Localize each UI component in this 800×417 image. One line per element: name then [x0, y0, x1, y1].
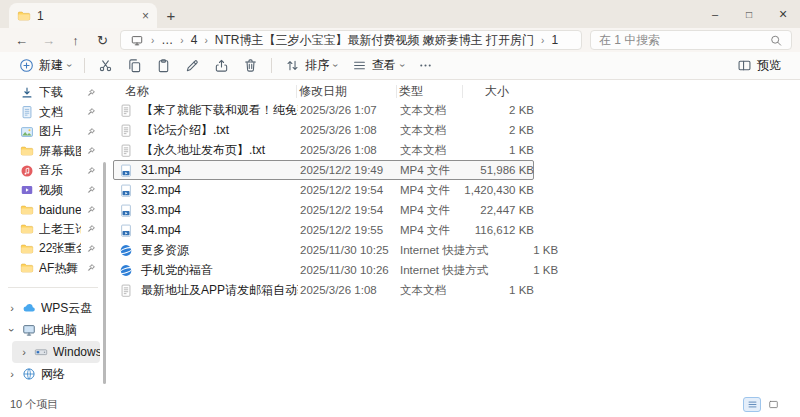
table-row[interactable]: 【论坛介绍】.txt 2025/3/26 1:08 文本文档 2 KB: [113, 120, 534, 140]
cut-icon: [98, 58, 113, 73]
sidebar-item-this-pc[interactable]: › 此电脑: [0, 319, 100, 341]
table-row[interactable]: 最新地址及APP请发邮箱自动获取！！！.txt 2025/3/26 1:08 文…: [113, 280, 534, 300]
tab-close-icon[interactable]: ×: [142, 10, 149, 22]
new-button[interactable]: 新建 ›: [12, 54, 78, 78]
sidebar-divider: [8, 287, 98, 288]
table-row[interactable]: 更多资源 2025/11/30 10:25 Internet 快捷方式 1 KB: [113, 240, 534, 260]
pin-icon: [86, 263, 96, 273]
chevron-down-icon: ›: [64, 64, 75, 67]
file-date: 2025/3/26 1:08: [298, 284, 398, 296]
folder-icon: [20, 242, 34, 256]
table-row[interactable]: 手机党的福音 2025/11/30 10:26 Internet 快捷方式 1 …: [113, 260, 534, 280]
view-button[interactable]: 查看 ›: [345, 54, 411, 78]
sidebar-item-label: 文档: [39, 104, 63, 121]
maximize-button[interactable]: □: [732, 9, 766, 20]
sidebar-item-label: 下载: [39, 84, 63, 101]
file-name: 手机党的福音: [141, 262, 213, 279]
file-size: 1 KB: [464, 284, 534, 296]
file-date: 2025/12/2 19:54: [298, 204, 398, 216]
file-type: Internet 快捷方式: [398, 263, 488, 278]
column-header-size[interactable]: 大小: [463, 85, 533, 98]
sidebar-item-windows-ssd[interactable]: › Windows-SSD: [12, 341, 100, 363]
table-row[interactable]: 34.mp4 2025/12/2 19:55 MP4 文件 116,612 KB: [113, 220, 534, 240]
paste-button[interactable]: [149, 54, 178, 78]
sidebar-item-pictures[interactable]: 图片: [0, 122, 110, 142]
chevron-right-icon[interactable]: ›: [7, 302, 17, 314]
breadcrumb-item-current[interactable]: 1: [551, 33, 558, 47]
copy-button[interactable]: [120, 54, 149, 78]
column-header-name[interactable]: 名称: [113, 85, 297, 98]
cut-button[interactable]: [91, 54, 120, 78]
column-header-type[interactable]: 类型: [397, 85, 463, 98]
more-button[interactable]: [411, 54, 440, 78]
pin-icon: [86, 185, 96, 195]
up-button[interactable]: ↑: [62, 33, 89, 48]
folder-icon: [20, 144, 34, 158]
table-row[interactable]: 【永久地址发布页】.txt 2025/3/26 1:08 文本文档 1 KB: [113, 140, 534, 160]
breadcrumb-item[interactable]: NTR博主【三岁小宝宝】最新付费视频 嫩娇妻博主 打开房门: [215, 32, 534, 49]
table-row[interactable]: 【来了就能下载和观看！纯免费！】.txt 2025/3/26 1:07 文本文档…: [113, 100, 534, 120]
tab[interactable]: 1 ×: [9, 3, 157, 28]
pin-icon: [86, 146, 96, 156]
sidebar-item-folder[interactable]: AF热舞，顶级: [0, 259, 110, 279]
new-tab-button[interactable]: +: [157, 3, 185, 28]
forward-button[interactable]: →: [35, 33, 62, 48]
file-size: 116,612 KB: [464, 224, 534, 236]
refresh-button[interactable]: ↻: [89, 33, 116, 48]
chevron-right-icon[interactable]: ›: [7, 368, 17, 380]
desktop-icon: [130, 34, 144, 47]
file-size: 1,420,430 KB: [464, 184, 534, 196]
sidebar-item-folder[interactable]: baidunetdisl: [0, 200, 110, 220]
video-file-icon: [119, 223, 133, 238]
preview-button[interactable]: 预览: [730, 54, 788, 78]
sidebar-scrollbar[interactable]: [103, 162, 106, 384]
sidebar-item-wps-cloud[interactable]: › WPS云盘: [0, 297, 100, 319]
file-type: MP4 文件: [398, 223, 464, 238]
search-input[interactable]: [599, 33, 769, 47]
sidebar-item-label: Windows-SSD: [53, 345, 100, 359]
search-box[interactable]: [590, 30, 792, 50]
sidebar-item-folder[interactable]: 上老王论坛当: [0, 220, 110, 240]
file-date: 2025/3/26 1:08: [298, 144, 398, 156]
rename-button[interactable]: [178, 54, 207, 78]
file-size: 1 KB: [488, 264, 558, 276]
sidebar-item-network[interactable]: › 网络: [0, 363, 100, 385]
minimize-button[interactable]: –: [698, 8, 732, 20]
address-bar[interactable]: › … › 4 › NTR博主【三岁小宝宝】最新付费视频 嫩娇妻博主 打开房门 …: [120, 30, 582, 50]
sidebar-item-label: WPS云盘: [41, 300, 92, 317]
back-button[interactable]: ←: [8, 33, 35, 48]
sidebar-item-videos[interactable]: 视频: [0, 181, 110, 201]
sidebar-item-screenshots[interactable]: 屏幕截图: [0, 142, 110, 162]
breadcrumb-item[interactable]: 4: [191, 33, 198, 47]
sort-button[interactable]: 排序 ›: [278, 54, 344, 78]
title-bar: 1 × + – □ ×: [0, 0, 800, 28]
sidebar-item-downloads[interactable]: 下载: [0, 83, 110, 103]
file-name: 31.mp4: [141, 163, 181, 177]
sidebar-item-folder[interactable]: 22张重金约D: [0, 239, 110, 259]
sidebar-item-documents[interactable]: 文档: [0, 103, 110, 123]
table-row-selected[interactable]: 31.mp4 2025/12/2 19:49 MP4 文件 51,986 KB: [113, 160, 534, 180]
column-header-date[interactable]: 修改日期: [297, 85, 397, 98]
table-row[interactable]: 33.mp4 2025/12/2 19:54 MP4 文件 22,447 KB: [113, 200, 534, 220]
breadcrumb-item-ellipsis[interactable]: …: [161, 33, 173, 47]
file-type: 文本文档: [398, 103, 464, 118]
chevron-right-icon[interactable]: ›: [19, 346, 29, 358]
share-button[interactable]: [207, 54, 236, 78]
chevron-down-icon[interactable]: ›: [6, 325, 18, 335]
videos-icon: [20, 183, 34, 197]
close-button[interactable]: ×: [766, 6, 800, 22]
folder-icon: [20, 261, 34, 275]
file-size: 2 KB: [464, 104, 534, 116]
delete-button[interactable]: [236, 54, 265, 78]
sidebar-item-music[interactable]: 音乐: [0, 161, 110, 181]
table-row[interactable]: 32.mp4 2025/12/2 19:54 MP4 文件 1,420,430 …: [113, 180, 534, 200]
details-view-button[interactable]: [743, 397, 761, 412]
chevron-down-icon: ›: [331, 64, 342, 67]
sidebar-item-label: 上老王论坛当: [39, 221, 81, 238]
content-area: 下载 文档 图片 屏幕截图 音乐: [0, 80, 800, 392]
file-size: 2 KB: [464, 124, 534, 136]
pictures-icon: [20, 125, 34, 139]
thumbnail-view-button[interactable]: [764, 397, 782, 412]
file-type: Internet 快捷方式: [398, 243, 488, 258]
video-file-icon: [119, 203, 133, 218]
